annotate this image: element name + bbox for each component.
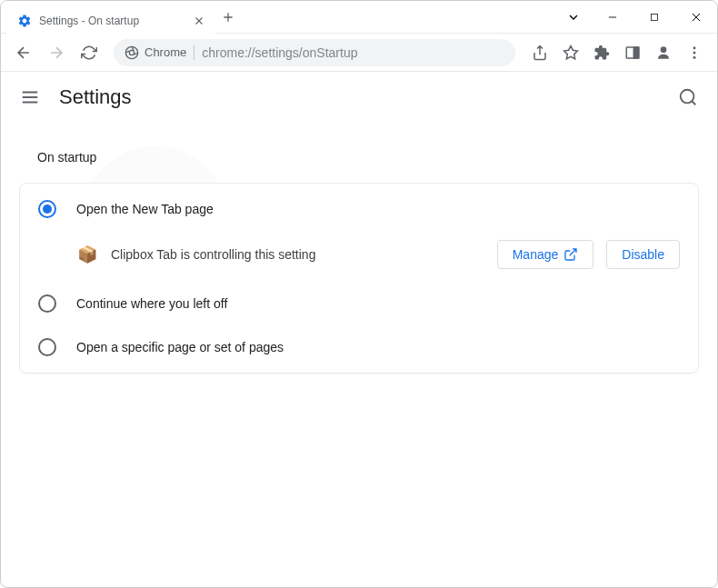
extension-message: Clipbox Tab is controlling this setting xyxy=(111,247,484,262)
share-icon[interactable] xyxy=(526,39,553,66)
svg-point-2 xyxy=(129,50,134,55)
svg-point-6 xyxy=(661,46,667,53)
menu-icon[interactable] xyxy=(681,39,708,66)
titlebar: Settings - On startup xyxy=(1,1,717,34)
toolbar: Chrome chrome://settings/onStartup xyxy=(1,34,717,72)
search-button[interactable] xyxy=(677,86,699,108)
tab-title: Settings - On startup xyxy=(39,15,184,27)
back-button[interactable] xyxy=(10,39,37,66)
svg-point-7 xyxy=(693,46,696,49)
page-title: Settings xyxy=(59,85,132,109)
site-info[interactable]: Chrome xyxy=(125,45,186,60)
divider xyxy=(194,45,194,60)
side-panel-icon[interactable] xyxy=(619,39,646,66)
svg-rect-0 xyxy=(652,14,658,20)
radio-unselected[interactable] xyxy=(38,338,56,356)
option-new-tab[interactable]: Open the New Tab page xyxy=(20,187,698,231)
forward-button[interactable] xyxy=(43,39,70,66)
maximize-button[interactable] xyxy=(633,1,675,34)
close-icon[interactable] xyxy=(192,14,206,28)
reload-button[interactable] xyxy=(75,39,103,66)
url-prefix: Chrome xyxy=(145,45,186,59)
radio-unselected[interactable] xyxy=(38,294,56,313)
section-title: On startup xyxy=(37,150,699,164)
chrome-icon xyxy=(125,45,139,60)
minimize-button[interactable] xyxy=(592,1,633,34)
extension-notice: 📦 Clipbox Tab is controlling this settin… xyxy=(20,231,698,282)
disable-button[interactable]: Disable xyxy=(606,240,680,269)
url-bar[interactable]: Chrome chrome://settings/onStartup xyxy=(114,39,515,66)
svg-point-8 xyxy=(693,51,696,54)
new-tab-button[interactable] xyxy=(215,1,241,33)
browser-tab[interactable]: Settings - On startup xyxy=(6,5,215,36)
window-controls xyxy=(592,1,717,33)
chevron-down-icon[interactable] xyxy=(555,1,592,33)
svg-point-10 xyxy=(681,90,694,104)
profile-icon[interactable] xyxy=(650,39,677,66)
gear-icon xyxy=(17,14,32,28)
manage-button[interactable]: Manage xyxy=(497,240,594,269)
content: On startup Open the New Tab page 📦 Clipb… xyxy=(1,123,717,401)
radio-selected[interactable] xyxy=(38,200,56,218)
extensions-icon[interactable] xyxy=(588,39,615,66)
bookmark-icon[interactable] xyxy=(557,39,584,66)
svg-point-1 xyxy=(125,46,137,58)
page-header: Settings xyxy=(1,72,717,123)
svg-rect-5 xyxy=(634,47,639,58)
url-text: chrome://settings/onStartup xyxy=(202,45,357,60)
package-icon: 📦 xyxy=(76,244,98,265)
svg-point-9 xyxy=(693,55,696,58)
launch-icon xyxy=(563,247,578,262)
close-button[interactable] xyxy=(675,1,717,34)
hamburger-menu-button[interactable] xyxy=(19,86,41,108)
startup-card: Open the New Tab page 📦 Clipbox Tab is c… xyxy=(19,183,699,374)
option-continue[interactable]: Continue where you left off xyxy=(20,282,698,325)
option-label: Open the New Tab page xyxy=(76,202,214,216)
manage-label: Manage xyxy=(513,247,559,262)
disable-label: Disable xyxy=(622,247,664,262)
option-label: Continue where you left off xyxy=(76,296,227,311)
option-label: Open a specific page or set of pages xyxy=(76,340,284,354)
option-specific[interactable]: Open a specific page or set of pages xyxy=(20,325,698,369)
